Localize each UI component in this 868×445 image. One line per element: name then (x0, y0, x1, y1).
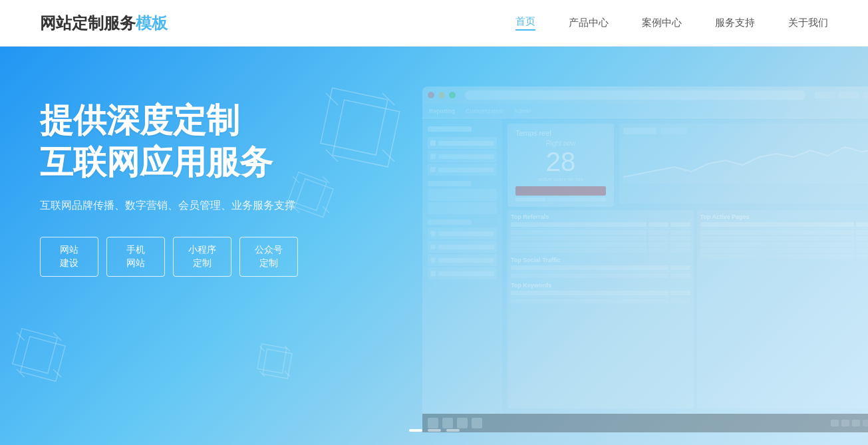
analytics-section-title: Temps reel (515, 129, 606, 137)
svg-line-9 (53, 333, 61, 341)
hero-title: 提供深度定制 互联网应用服务 (40, 100, 298, 183)
tab-customization: Customization (466, 108, 504, 114)
svg-line-21 (285, 346, 290, 351)
taskbar-start (428, 418, 438, 428)
svg-line-17 (323, 206, 329, 213)
taskbar-icon-1 (442, 418, 453, 428)
taskbar-icon-3 (472, 418, 482, 428)
nav-item-cases[interactable]: 案例中心 (642, 17, 682, 29)
top-keywords-title: Top Keywords (511, 282, 690, 289)
tab-reporting: Reporting (429, 108, 455, 114)
svg-rect-6 (13, 329, 57, 373)
svg-rect-0 (321, 88, 388, 155)
realtime-sub: active users on site (515, 176, 606, 182)
svg-line-8 (17, 333, 25, 341)
hero-buttons: 网站 建设 手机 网站 小程序 定制 公众号 定制 (40, 237, 298, 277)
nav-item-about[interactable]: 关于我们 (788, 17, 828, 29)
nav-item-home[interactable]: 首页 (515, 15, 535, 31)
logo: 网站定制服务模板 (40, 13, 168, 34)
svg-line-11 (53, 369, 61, 377)
svg-rect-13 (295, 179, 333, 218)
hero-section: Reporting Customization Admin (0, 47, 868, 445)
svg-rect-19 (263, 349, 292, 378)
main-nav: 首页 产品中心 案例中心 服务支持 关于我们 (515, 15, 828, 31)
svg-rect-7 (21, 337, 65, 381)
dashboard-overlay: Reporting Customization Admin (422, 86, 868, 432)
svg-rect-1 (333, 100, 400, 167)
hero-dots (409, 429, 460, 432)
btn-mini-program[interactable]: 小程序 定制 (173, 237, 231, 277)
btn-wechat-official[interactable]: 公众号 定制 (239, 237, 298, 277)
dot-2[interactable] (428, 429, 441, 432)
dot-1[interactable] (409, 429, 422, 432)
svg-line-4 (326, 150, 338, 162)
top-social-title: Top Social Traffic (511, 257, 690, 263)
svg-line-22 (259, 371, 265, 376)
btn-website-build[interactable]: 网站 建设 (40, 237, 98, 277)
svg-rect-18 (257, 344, 287, 373)
top-referrals-title: Top Referrals (511, 214, 690, 220)
svg-line-2 (326, 93, 338, 105)
svg-line-3 (382, 93, 394, 105)
dot-3[interactable] (446, 429, 460, 432)
svg-line-10 (17, 369, 25, 377)
svg-line-23 (285, 371, 290, 376)
svg-line-20 (259, 346, 265, 351)
hero-content: 提供深度定制 互联网应用服务 互联网品牌传播、数字营销、会员管理、业务服务支撑 … (40, 100, 298, 277)
top-active-pages-title: Top Active Pages (700, 214, 869, 220)
nav-item-support[interactable]: 服务支持 (715, 17, 755, 29)
svg-line-5 (382, 150, 394, 162)
header: 网站定制服务模板 首页 产品中心 案例中心 服务支持 关于我们 (0, 0, 868, 47)
tab-admin: Admin (514, 108, 531, 114)
realtime-label: Right now (515, 140, 606, 147)
taskbar-icon-2 (457, 418, 468, 428)
realtime-number: 28 (515, 147, 606, 176)
svg-line-15 (323, 176, 329, 183)
windows-taskbar (422, 414, 868, 432)
dashboard-mock: Reporting Customization Admin (422, 86, 868, 432)
logo-text-sub: 模板 (136, 14, 168, 32)
logo-text-main: 网站定制服务 (40, 14, 136, 32)
btn-mobile-website[interactable]: 手机 网站 (106, 237, 165, 277)
nav-item-products[interactable]: 产品中心 (569, 17, 609, 29)
hero-subtitle: 互联网品牌传播、数字营销、会员管理、业务服务支撑 (40, 199, 298, 213)
